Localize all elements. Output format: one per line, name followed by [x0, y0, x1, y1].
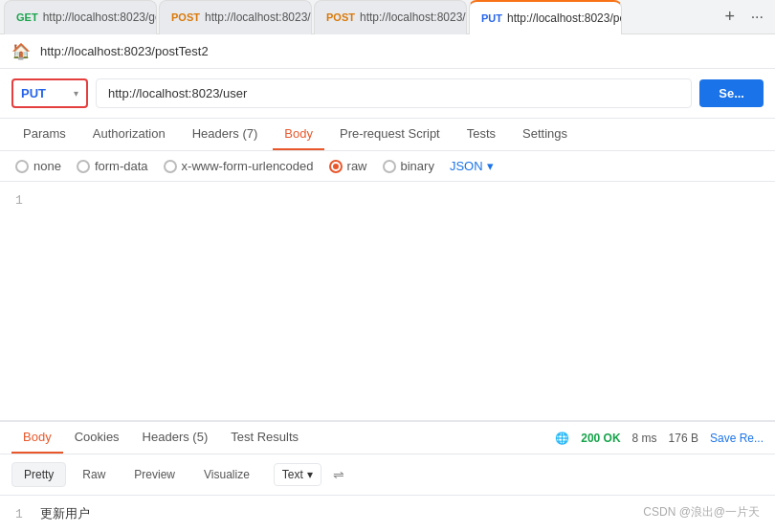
tab-prerequest[interactable]: Pre-request Script: [328, 119, 452, 150]
filter-icon[interactable]: ⇌: [333, 467, 344, 482]
body-option-none[interactable]: none: [15, 159, 61, 173]
tab-settings[interactable]: Settings: [511, 119, 579, 150]
response-format-label: Text: [282, 468, 303, 481]
url-input[interactable]: [96, 78, 692, 108]
editor-line-number: 1: [15, 193, 23, 208]
response-visualize-button[interactable]: Visualize: [191, 462, 262, 487]
tab-method-post1: POST: [171, 11, 200, 23]
format-dropdown[interactable]: JSON ▾: [450, 159, 494, 173]
body-option-binary-label: binary: [401, 159, 434, 173]
radio-urlencoded: [164, 160, 177, 173]
tab-tests[interactable]: Tests: [455, 119, 507, 150]
body-option-none-label: none: [33, 159, 61, 173]
body-option-urlencoded[interactable]: x-www-form-urlencoded: [164, 159, 314, 173]
address-icon: 🏠: [11, 42, 31, 60]
tab-method-post2: POST: [326, 11, 355, 23]
response-line-number: 1: [15, 507, 31, 521]
tab-authorization[interactable]: Authorization: [81, 119, 177, 150]
watermark: CSDN @浪出@一片天: [643, 504, 760, 521]
tab-method-put: PUT: [481, 12, 502, 24]
tab-url-post2: http://localhost:8023/p...: [360, 11, 467, 24]
response-preview-button[interactable]: Preview: [122, 462, 188, 487]
send-button[interactable]: Se...: [699, 79, 764, 107]
response-body-options: Pretty Raw Preview Visualize Text ▾ ⇌: [0, 454, 775, 496]
tab-actions: + ···: [717, 4, 771, 31]
format-label: JSON: [450, 159, 483, 173]
body-option-raw[interactable]: raw: [329, 159, 367, 173]
tab-post-1[interactable]: POST http://localhost:8023/u...: [159, 0, 312, 34]
method-text: PUT: [21, 86, 46, 100]
tab-url-get: http://localhost:8023/ge...: [43, 11, 157, 24]
globe-icon: 🌐: [555, 432, 569, 445]
method-chevron-icon: ▾: [74, 88, 78, 99]
body-option-raw-label: raw: [347, 159, 367, 173]
response-status-bar: 🌐 200 OK 8 ms 176 B Save Re...: [555, 432, 764, 445]
tab-body[interactable]: Body: [273, 119, 324, 150]
body-option-urlencoded-label: x-www-form-urlencoded: [182, 159, 314, 173]
method-selector[interactable]: PUT ▾: [11, 78, 88, 108]
response-tab-body[interactable]: Body: [11, 422, 63, 454]
response-tab-headers[interactable]: Headers (5): [131, 422, 220, 454]
response-format-chevron-icon: ▾: [307, 468, 313, 481]
tab-get[interactable]: GET http://localhost:8023/ge...: [4, 0, 157, 34]
address-bar: 🏠 http://localhost:8023/postTest2: [0, 34, 775, 69]
radio-binary: [383, 160, 396, 173]
body-option-formdata[interactable]: form-data: [77, 159, 148, 173]
tab-url-post1: http://localhost:8023/u...: [205, 11, 312, 24]
response-format-dropdown[interactable]: Text ▾: [274, 463, 321, 486]
body-option-formdata-label: form-data: [95, 159, 148, 173]
response-pretty-button[interactable]: Pretty: [11, 462, 66, 487]
tab-method-get: GET: [16, 11, 38, 23]
tab-headers[interactable]: Headers (7): [181, 119, 270, 150]
radio-raw: [329, 160, 343, 173]
tab-post-2[interactable]: POST http://localhost:8023/p...: [314, 0, 467, 34]
response-tab-bar: Body Cookies Headers (5) Test Results 🌐 …: [0, 421, 775, 454]
add-tab-button[interactable]: +: [717, 4, 743, 31]
browser-tab-bar: GET http://localhost:8023/ge... POST htt…: [0, 0, 775, 34]
main-content: 🏠 http://localhost:8023/postTest2 PUT ▾ …: [0, 34, 775, 532]
tab-params[interactable]: Params: [11, 119, 78, 150]
radio-none: [15, 160, 29, 173]
status-ok-badge: 200 OK: [581, 432, 620, 445]
response-tab-cookies[interactable]: Cookies: [63, 422, 131, 454]
body-option-binary[interactable]: binary: [383, 159, 434, 173]
address-url: http://localhost:8023/postTest2: [40, 44, 209, 58]
more-tabs-button[interactable]: ···: [751, 9, 764, 26]
format-chevron-icon: ▾: [487, 159, 494, 173]
tab-put[interactable]: PUT http://localhost:8023/po...: [469, 0, 622, 34]
response-tab-testresults[interactable]: Test Results: [219, 422, 310, 454]
response-time: 8 ms: [632, 432, 657, 445]
tab-url-put: http://localhost:8023/po...: [507, 11, 622, 25]
response-size: 176 B: [669, 432, 698, 445]
radio-formdata: [77, 160, 90, 173]
response-raw-button[interactable]: Raw: [70, 462, 118, 487]
body-options: none form-data x-www-form-urlencoded raw…: [0, 151, 775, 182]
save-response-button[interactable]: Save Re...: [710, 432, 764, 445]
request-bar: PUT ▾ Se...: [0, 69, 775, 119]
response-text: 更新用户: [40, 505, 90, 522]
request-tabs-nav: Params Authorization Headers (7) Body Pr…: [0, 119, 775, 151]
code-editor[interactable]: 1: [0, 182, 775, 421]
